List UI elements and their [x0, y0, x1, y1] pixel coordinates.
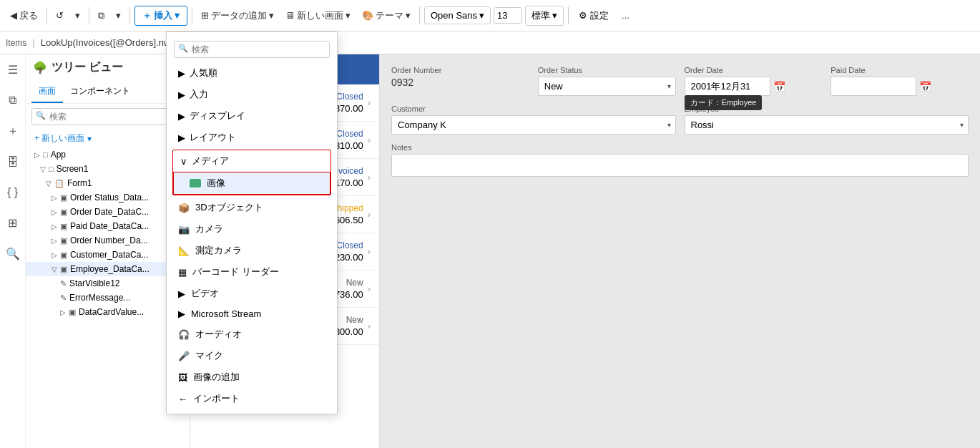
- customer-dropdown[interactable]: Company K ▾: [391, 115, 676, 135]
- tree-item-order-number[interactable]: ▷ ▣ Order Number_Da...: [26, 233, 190, 248]
- tree-item-customer[interactable]: ▷ ▣ Customer_DataCa...: [26, 248, 190, 262]
- settings-button[interactable]: ⚙ 設定: [573, 6, 614, 25]
- tree-item-label: StarVisible12: [69, 278, 120, 288]
- dropdown-item-3d[interactable]: 📦 3Dオブジェクト: [167, 197, 337, 218]
- theme-button[interactable]: 🎨 テーマ ▾: [358, 6, 415, 25]
- tree-items: ▷ □ App ▽ □ Screen1 ▽ 📋 Form1 ▷ ▣ Order …: [26, 147, 190, 448]
- tree-item-star-visible[interactable]: ✎ StarVisible12: [26, 276, 190, 291]
- tree-item-label: DataCardValue...: [79, 307, 144, 317]
- dropdown-search-wrap: [174, 41, 330, 58]
- tree-item-screen1[interactable]: ▽ □ Screen1: [26, 162, 190, 176]
- database-icon[interactable]: 🗄: [4, 153, 21, 172]
- tree-item-paid-date[interactable]: ▷ ▣ Paid Date_DataCa...: [26, 219, 190, 233]
- dropdown-search-input[interactable]: [174, 41, 330, 58]
- dropdown-item-mic[interactable]: 🎤 マイク: [167, 345, 337, 366]
- dropdown-item-layout[interactable]: ▶ レイアウト: [167, 127, 337, 148]
- tree-item-app[interactable]: ▷ □ App: [26, 147, 190, 162]
- font-size-input[interactable]: [494, 7, 522, 24]
- paid-date-calendar-icon[interactable]: 📅: [919, 81, 931, 92]
- hamburger-icon[interactable]: ☰: [5, 60, 21, 79]
- tree-item-employee[interactable]: ▽ ▣ Employee_DataCa...: [26, 262, 190, 276]
- audio-label: オーディオ: [195, 328, 242, 341]
- customer-select[interactable]: Company K: [392, 116, 663, 134]
- tree-icon: 🌳: [33, 61, 47, 74]
- dropdown-item-input[interactable]: ▶ 入力: [167, 84, 337, 105]
- tree-search-input[interactable]: [31, 108, 184, 125]
- controls-icon[interactable]: ⊞: [5, 213, 20, 233]
- tree-item-label: Employee_DataCa...: [70, 264, 150, 274]
- paid-date-chevron: ▷: [52, 223, 57, 230]
- paid-date-input[interactable]: [830, 77, 916, 96]
- dropdown-item-audio[interactable]: 🎧 オーディオ: [167, 323, 337, 345]
- font-selector[interactable]: Open Sans ▾: [424, 6, 491, 24]
- tree-tabs: 画面 コンポーネント: [26, 81, 190, 104]
- undo-button[interactable]: ↺: [52, 7, 68, 24]
- employee-select[interactable]: Rossi: [685, 116, 956, 134]
- new-screen-chevron: ▾: [346, 10, 351, 21]
- tree-item-order-date[interactable]: ▷ ▣ Order Date_DataC...: [26, 205, 190, 219]
- customer-arrow: ▾: [663, 117, 675, 132]
- add-image-label: 画像の追加: [193, 371, 240, 384]
- order-0934-chevron: ›: [368, 246, 371, 257]
- undo-dropdown[interactable]: ▾: [71, 7, 84, 24]
- tree-item-order-status[interactable]: ▷ ▣ Order Status_Data...: [26, 190, 190, 205]
- tree-item-label: Order Number_Da...: [70, 235, 148, 245]
- insert-button[interactable]: ＋ 挿入 ▾: [134, 6, 187, 26]
- notes-label: Notes: [391, 143, 969, 152]
- table-icon: ⊞: [201, 10, 209, 21]
- dropdown-item-media[interactable]: ∨ メディア: [173, 150, 330, 172]
- form1-chevron: ▽: [46, 180, 52, 188]
- dropdown-item-display[interactable]: ▶ ディスプレイ: [167, 105, 337, 127]
- tree-item-label: App: [51, 150, 66, 160]
- dropdown-search-container: [167, 36, 337, 62]
- style-selector[interactable]: 標準 ▾: [525, 6, 564, 26]
- sep2: [89, 7, 89, 24]
- dropdown-item-video[interactable]: ▶ ビデオ: [167, 283, 337, 304]
- dropdown-item-popular[interactable]: ▶ 人気順: [167, 62, 337, 84]
- order-status-dropdown[interactable]: New Invoiced Shipped Closed ▾: [538, 77, 676, 96]
- dropdown-item-image[interactable]: 画像: [173, 172, 330, 195]
- copy-dropdown[interactable]: ▾: [112, 7, 125, 24]
- tree-item-form1[interactable]: ▽ 📋 Form1: [26, 176, 190, 190]
- detail-grid-row1: Order Number 0932 Order Status New Invoi…: [391, 66, 969, 96]
- notes-field: Notes: [391, 143, 969, 177]
- copy-button[interactable]: ⧉: [94, 7, 109, 24]
- back-button[interactable]: ◀ 戻る: [6, 6, 42, 25]
- tab-screen[interactable]: 画面: [31, 81, 63, 103]
- search-wrap: [31, 108, 184, 125]
- import-label: インポート: [193, 392, 240, 405]
- order-status-select[interactable]: New Invoiced Shipped Closed: [539, 77, 663, 95]
- employee-dropdown[interactable]: Rossi ▾: [685, 115, 969, 135]
- popular-label: 人気順: [190, 67, 217, 79]
- layers-icon[interactable]: ⧉: [6, 91, 19, 109]
- measure-camera-icon: 📐: [178, 245, 190, 256]
- tree-item-error-message[interactable]: ✎ ErrorMessage...: [26, 291, 190, 305]
- new-screen-tree-btn[interactable]: + 新しい画面 ▾: [26, 130, 190, 147]
- tab-component[interactable]: コンポーネント: [63, 81, 137, 103]
- order-date-input[interactable]: [685, 77, 770, 96]
- add-data-button[interactable]: ⊞ データの追加 ▾: [197, 6, 278, 25]
- code-icon[interactable]: { }: [4, 183, 21, 202]
- gear-icon: ⚙: [579, 10, 587, 21]
- dropdown-item-measure-camera[interactable]: 📐 測定カメラ: [167, 240, 337, 261]
- dropdown-item-camera[interactable]: 📷 カメラ: [167, 218, 337, 240]
- stream-icon: ▶: [178, 308, 185, 319]
- dropdown-item-barcode[interactable]: ▦ バーコード リーダー: [167, 261, 337, 283]
- tree-item-datacard-value[interactable]: ▷ ▣ DataCardValue...: [26, 305, 190, 319]
- order-date-calendar-icon[interactable]: 📅: [773, 81, 785, 92]
- plus-sidebar-icon[interactable]: ＋: [4, 121, 21, 142]
- tree-item-label: ErrorMessage...: [69, 293, 130, 303]
- barcode-icon: ▦: [178, 267, 187, 278]
- order-number-label: Order Number: [391, 66, 529, 74]
- notes-input[interactable]: [391, 154, 969, 177]
- display-label: ディスプレイ: [190, 109, 245, 122]
- order-status-chevron: ▷: [52, 194, 57, 202]
- formula-sep: |: [32, 37, 34, 48]
- search-sidebar-icon[interactable]: 🔍: [3, 244, 23, 263]
- more-button[interactable]: ...: [617, 7, 634, 24]
- dropdown-item-ms-stream[interactable]: ▶ Microsoft Stream: [167, 304, 337, 323]
- dropdown-item-add-image[interactable]: 🖼 画像の追加: [167, 366, 337, 388]
- screen1-chevron: ▽: [40, 165, 46, 173]
- new-screen-button[interactable]: 🖥 新しい画面 ▾: [281, 6, 355, 25]
- dropdown-item-import[interactable]: ← インポート: [167, 388, 337, 409]
